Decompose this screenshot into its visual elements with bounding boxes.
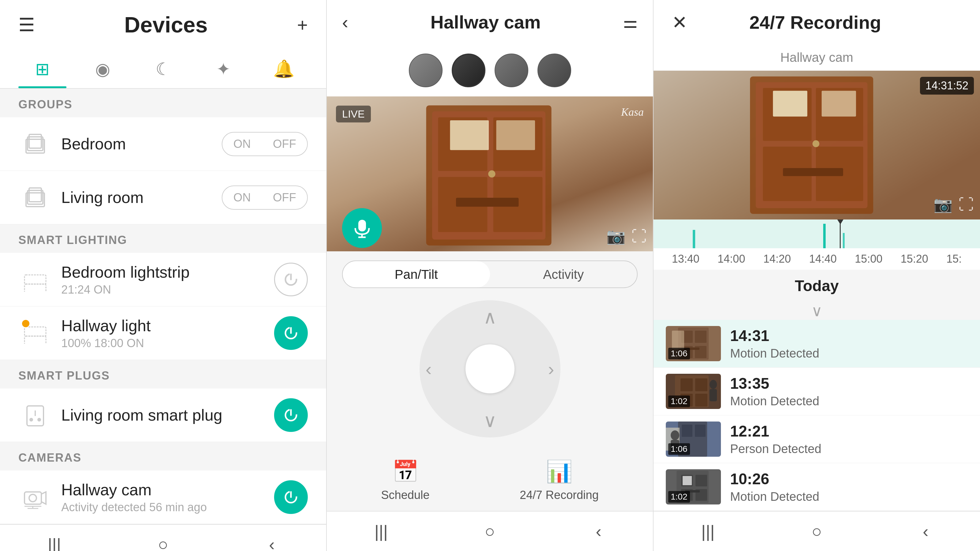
svg-rect-6 xyxy=(24,275,46,284)
rec-snapshot-icon[interactable]: 📷 xyxy=(934,195,953,213)
mid-panel: ‹ Hallway cam ⚌ LIVE xyxy=(327,0,654,551)
power-cam-icon xyxy=(283,489,299,506)
mic-button[interactable] xyxy=(342,208,382,248)
hallway-cam-power-button[interactable] xyxy=(274,480,308,514)
tab-scene[interactable]: ✦ xyxy=(193,49,254,88)
hallway-cam-sub: Activity detected 56 min ago xyxy=(61,501,265,514)
schedule-action-button[interactable]: 📅 Schedule xyxy=(381,459,430,502)
mid-nav-menu[interactable]: ||| xyxy=(327,521,436,541)
pan-right-button[interactable]: › xyxy=(548,359,554,380)
tab-activity[interactable]: Activity xyxy=(490,261,637,287)
page-title: Devices xyxy=(124,12,208,37)
toggle-on-living[interactable]: ON xyxy=(222,186,262,209)
hallway-light-name: Hallway light xyxy=(61,316,265,335)
lightstrip-power-button[interactable] xyxy=(274,263,308,296)
mid-nav-home[interactable]: ○ xyxy=(436,521,544,541)
hallway-light-power-button[interactable] xyxy=(274,316,308,350)
hallway-light-icon-wrap xyxy=(18,316,52,350)
mid-nav-back[interactable]: ‹ xyxy=(544,521,653,541)
toggle-off-bedroom[interactable]: OFF xyxy=(262,133,307,156)
event-row-1335[interactable]: 1:02 13:35 Motion Detected xyxy=(654,368,980,415)
tab-pan-tilt[interactable]: Pan/Tilt xyxy=(343,261,490,287)
avatar-1[interactable] xyxy=(409,54,442,87)
recording-action-button[interactable]: 📊 24/7 Recording xyxy=(520,459,599,502)
nav-back-button[interactable]: ‹ xyxy=(218,535,326,551)
toggle-on-bedroom[interactable]: ON xyxy=(222,133,262,156)
rec-fullscreen-icon[interactable]: ⛶ xyxy=(959,195,974,213)
mid-title: Hallway cam xyxy=(357,12,614,33)
right-bottom-nav: ||| ○ ‹ xyxy=(654,511,980,551)
add-device-button[interactable]: + xyxy=(297,14,308,35)
group-bedroom-toggle[interactable]: ON OFF xyxy=(222,132,308,156)
microphone-icon xyxy=(352,218,372,238)
avatar-3[interactable] xyxy=(495,54,528,87)
tab-home[interactable]: ⊞ xyxy=(12,49,73,88)
recording-preview: 14:31:52 📷 ⛶ xyxy=(654,71,980,219)
tl-label-15x: 15: xyxy=(946,252,962,265)
left-header: ☰ Devices + xyxy=(0,0,326,49)
event-row-1431[interactable]: 1:06 14:31 Motion Detected xyxy=(654,320,980,368)
event-thumb-1335: 1:02 xyxy=(666,374,721,409)
hamburger-icon[interactable]: ☰ xyxy=(18,14,35,35)
svg-rect-59 xyxy=(681,378,693,391)
toggle-off-living[interactable]: OFF xyxy=(262,186,307,209)
event-list: 1:06 14:31 Motion Detected 1:02 xyxy=(654,320,980,511)
camera-fullscreen-icon[interactable]: ⛶ xyxy=(632,227,647,245)
cameras-header: CAMERAS xyxy=(0,442,326,470)
right-nav-back[interactable]: ‹ xyxy=(871,521,980,541)
group-livingroom-toggle[interactable]: ON OFF xyxy=(222,186,308,210)
camera-snapshot-icon[interactable]: 📷 xyxy=(606,227,625,245)
nav-home-button[interactable]: ○ xyxy=(109,535,218,551)
device-bedroom-lightstrip: Bedroom lightstrip 21:24 ON xyxy=(0,253,326,306)
avatar-4[interactable] xyxy=(538,54,571,87)
svg-point-21 xyxy=(29,494,37,502)
tab-moon[interactable]: ☾ xyxy=(133,49,193,88)
svg-point-69 xyxy=(671,430,679,440)
right-subtitle: Hallway cam xyxy=(654,45,980,71)
svg-rect-62 xyxy=(695,394,708,407)
camera-action-icons: 📷 ⛶ xyxy=(606,227,647,245)
mid-settings-button[interactable]: ⚌ xyxy=(623,13,638,32)
close-button[interactable]: ✕ xyxy=(672,12,687,33)
right-panel: ✕ 24/7 Recording Hallway cam 14:31:52 📷 … xyxy=(654,0,980,551)
group-bedroom-info: Bedroom xyxy=(61,135,213,153)
svg-point-15 xyxy=(29,418,33,421)
schedule-action-label: Schedule xyxy=(381,489,430,502)
schedule-icon: ◉ xyxy=(95,59,110,79)
event-type-1431: Motion Detected xyxy=(730,346,968,360)
event-info-1221: 12:21 Person Detected xyxy=(730,422,968,456)
power-plug-icon xyxy=(283,407,299,424)
rec-action-icons: 📷 ⛶ xyxy=(934,195,974,213)
kasa-badge: Kasa xyxy=(621,106,644,119)
today-chevron-button[interactable]: ∨ xyxy=(654,302,980,320)
nav-menu-button[interactable]: ||| xyxy=(0,535,109,551)
group-bedroom-name: Bedroom xyxy=(61,135,213,153)
timeline[interactable] xyxy=(654,219,980,248)
smart-plug-icon-wrap xyxy=(18,398,52,432)
event-row-1026[interactable]: 1:02 10:26 Motion Detected xyxy=(654,463,980,511)
tl-label-1520: 15:20 xyxy=(901,252,928,265)
event-duration-1335: 1:02 xyxy=(668,395,690,407)
mid-back-button[interactable]: ‹ xyxy=(342,12,348,33)
tab-bell[interactable]: 🔔 xyxy=(254,49,314,88)
event-info-1431: 14:31 Motion Detected xyxy=(730,327,968,360)
svg-rect-53 xyxy=(695,330,706,343)
pan-up-button[interactable]: ∧ xyxy=(483,306,497,328)
right-nav-menu[interactable]: ||| xyxy=(654,521,762,541)
right-nav-home[interactable]: ○ xyxy=(762,521,871,541)
pan-down-button[interactable]: ∨ xyxy=(483,410,497,431)
tab-schedule[interactable]: ◉ xyxy=(73,49,133,88)
smart-plug-power-button[interactable] xyxy=(274,398,308,432)
event-row-1221[interactable]: 1:06 12:21 Person Detected xyxy=(654,415,980,463)
svg-rect-11 xyxy=(24,336,46,344)
event-type-1026: Motion Detected xyxy=(730,490,968,503)
svg-rect-60 xyxy=(695,378,708,391)
event-info-1335: 13:35 Motion Detected xyxy=(730,375,968,408)
pan-control: ∧ ‹ › ∨ xyxy=(420,300,560,437)
recording-action-label: 24/7 Recording xyxy=(520,489,599,502)
camera-icon xyxy=(21,483,49,511)
device-hallway-cam: Hallway cam Activity detected 56 min ago xyxy=(0,470,326,524)
pan-left-button[interactable]: ‹ xyxy=(426,359,432,380)
avatar-2[interactable] xyxy=(452,54,485,87)
schedule-action-icon: 📅 xyxy=(392,459,418,484)
